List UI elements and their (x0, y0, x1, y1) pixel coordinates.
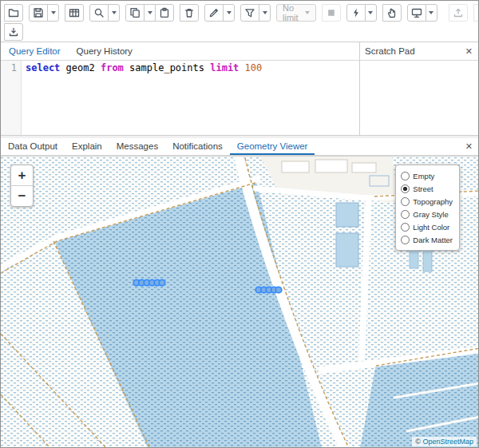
output-tab-bar: Data Output Explain Messages Notificatio… (1, 138, 478, 156)
hand-icon (386, 7, 398, 18)
hand-button[interactable] (382, 4, 402, 22)
layer-label: Light Color (413, 223, 449, 232)
sql-code-area[interactable]: select geom2 from sample_points limit 10… (22, 61, 359, 135)
find-menu-button[interactable] (108, 4, 120, 22)
editor-workspace: Query Editor Query History 1 select geom… (1, 42, 478, 135)
rollback-button[interactable] (473, 4, 479, 22)
chevron-down-icon (51, 11, 56, 14)
toolbar: No limit (1, 1, 478, 42)
chevron-down-icon (368, 11, 373, 14)
sql-editor: 1 select geom2 from sample_points limit … (1, 61, 359, 135)
query-editor-pane: Query Editor Query History 1 select geom… (1, 42, 359, 135)
copy-icon (129, 7, 141, 18)
display-options-menu-button[interactable] (426, 4, 437, 22)
find-button[interactable] (89, 4, 109, 22)
tab-explain[interactable]: Explain (65, 138, 109, 155)
sql-number: 100 (245, 62, 263, 73)
radio-icon (401, 197, 410, 206)
layer-label: Empty (413, 172, 434, 180)
save-button[interactable] (29, 4, 48, 22)
bolt-icon (350, 7, 362, 18)
zoom-out-button[interactable]: − (11, 185, 33, 206)
save-menu-button[interactable] (47, 4, 59, 22)
zoom-in-button[interactable]: + (11, 165, 33, 185)
sql-text: sample_points (124, 62, 210, 73)
geometry-viewer-map[interactable]: + − Empty Street Topography Gray Style (1, 156, 478, 447)
save-icon (33, 7, 44, 18)
row-limit-value: No limit (283, 3, 299, 22)
search-icon (93, 7, 105, 18)
layer-label: Dark Matter (413, 236, 453, 244)
chevron-down-icon (148, 11, 152, 14)
display-options-button[interactable] (407, 4, 426, 22)
scratch-pad-title: Scratch Pad (360, 46, 415, 56)
execute-menu-button[interactable] (365, 4, 377, 22)
tab-geometry-viewer[interactable]: Geometry Viewer (230, 138, 315, 155)
map-attribution: © OpenStreetMap (412, 437, 477, 446)
commit-button[interactable] (449, 4, 468, 22)
layers-control: Empty Street Topography Gray Style Light… (395, 165, 460, 251)
pencil-icon (208, 7, 220, 18)
tab-query-history[interactable]: Query History (69, 42, 141, 60)
sql-keyword: limit (210, 62, 239, 73)
row-limit-select[interactable]: No limit (276, 4, 316, 22)
toolbar-row-2 (4, 24, 475, 40)
edit-button[interactable] (204, 4, 224, 22)
sql-text (239, 62, 244, 73)
layer-option[interactable]: Empty (401, 169, 453, 182)
scratch-pad-pane: Scratch Pad ✕ (359, 42, 478, 135)
trash-icon (184, 7, 195, 18)
delete-button[interactable] (180, 4, 199, 22)
layer-label: Gray Style (413, 210, 448, 219)
layer-option[interactable]: Topography (401, 195, 453, 208)
edit-menu-button[interactable] (223, 4, 235, 22)
open-file-button[interactable] (4, 4, 23, 22)
layer-option[interactable]: Gray Style (401, 208, 453, 220)
chevron-down-icon (305, 11, 310, 14)
line-number-gutter: 1 (1, 61, 22, 135)
toolbar-row-1: No limit (4, 3, 475, 22)
download-results-button[interactable] (4, 23, 23, 41)
layer-option[interactable]: Dark Matter (401, 233, 453, 246)
radio-icon (401, 210, 410, 219)
copy-menu-button[interactable] (144, 4, 156, 22)
stop-icon (326, 7, 337, 18)
tab-data-output[interactable]: Data Output (1, 138, 65, 155)
layer-label: Street (413, 184, 433, 193)
close-icon[interactable]: ✕ (460, 141, 478, 152)
zoom-control: + − (10, 165, 34, 207)
sql-keyword: from (101, 62, 124, 73)
folder-open-icon (8, 7, 19, 18)
chevron-down-icon (112, 11, 117, 14)
tab-query-editor[interactable]: Query Editor (1, 42, 69, 60)
sql-text: geom2 (60, 62, 101, 73)
execute-button[interactable] (346, 4, 366, 22)
filter-button[interactable] (240, 4, 259, 22)
copyright-symbol: © (415, 438, 421, 446)
save-data-changes-button[interactable] (65, 4, 84, 22)
layer-label: Topography (413, 197, 453, 206)
radio-icon (401, 236, 410, 244)
query-tool-window: No limit (0, 0, 479, 448)
close-icon[interactable]: ✕ (460, 46, 478, 57)
filter-menu-button[interactable] (259, 4, 271, 22)
tab-notifications[interactable]: Notifications (165, 138, 230, 155)
download-icon (8, 26, 19, 38)
layer-option[interactable]: Light Color (401, 220, 453, 233)
scratch-pad-header: Scratch Pad ✕ (360, 42, 478, 61)
filter-icon (244, 7, 255, 18)
copy-button[interactable] (125, 4, 144, 22)
layer-option[interactable]: Street (401, 182, 453, 195)
line-number: 1 (1, 62, 17, 73)
sql-keyword: select (26, 62, 60, 73)
table-icon (69, 7, 80, 18)
editor-tab-bar: Query Editor Query History (1, 42, 359, 61)
paste-button[interactable] (155, 4, 174, 22)
radio-icon (401, 172, 410, 180)
cancel-query-button[interactable] (322, 4, 341, 22)
chevron-down-icon (429, 11, 433, 14)
scratch-pad-input[interactable] (360, 61, 478, 135)
openstreetmap-link[interactable]: OpenStreetMap (422, 438, 473, 446)
radio-icon (401, 184, 410, 193)
tab-messages[interactable]: Messages (109, 138, 165, 155)
